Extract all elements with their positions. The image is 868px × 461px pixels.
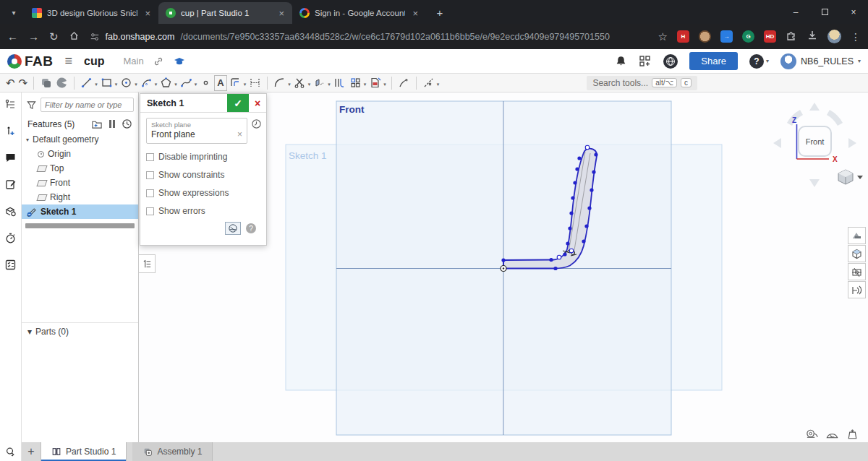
feature-history-clock-icon[interactable] — [251, 119, 262, 132]
browser-profile-avatar[interactable] — [827, 30, 841, 43]
feature-list-toggle-tab[interactable] — [139, 254, 156, 273]
browser-tab-onshape[interactable]: cup | Part Studio 1 × — [158, 2, 292, 24]
offset-tool-icon[interactable] — [228, 75, 243, 91]
section-view-button[interactable] — [848, 263, 866, 280]
minimize-button[interactable]: – — [781, 0, 810, 24]
extension-monkey-icon[interactable] — [699, 30, 711, 43]
line-tool-icon[interactable] — [79, 75, 94, 91]
checkbox-box[interactable] — [146, 207, 154, 215]
notifications-bell-icon[interactable] — [615, 55, 627, 67]
named-views-button[interactable] — [848, 281, 866, 298]
text-tool-icon[interactable]: A — [214, 75, 226, 91]
checkbox-box[interactable] — [146, 153, 154, 161]
polygon-dropdown-icon[interactable]: ▾ — [174, 82, 177, 87]
chevron-down-icon[interactable]: ▾ — [26, 137, 29, 143]
feature-list-panel-icon[interactable] — [4, 98, 17, 113]
user-menu[interactable]: NB6_RULES ▾ — [780, 53, 861, 69]
rectangle-dropdown-icon[interactable]: ▾ — [115, 82, 118, 87]
extension-hd-icon[interactable]: HD — [764, 30, 776, 43]
extensions-puzzle-icon[interactable] — [786, 30, 797, 43]
fillet-dropdown-icon[interactable]: ▾ — [288, 82, 291, 87]
checkbox-show-errors[interactable]: Show errors — [146, 206, 260, 216]
view-orientation-button[interactable] — [848, 245, 866, 262]
new-tab-button[interactable]: + — [430, 3, 449, 22]
confirm-check-button[interactable]: ✓ — [227, 94, 249, 112]
tree-item-default-geometry[interactable]: ▾ Default geometry — [22, 132, 138, 147]
polygon-tool-icon[interactable] — [158, 75, 174, 91]
arc-tool-icon[interactable] — [139, 75, 154, 91]
clear-plane-icon[interactable]: × — [237, 129, 242, 139]
apps-grid-icon[interactable] — [639, 55, 652, 68]
arc-dropdown-icon[interactable]: ▾ — [155, 82, 158, 87]
home-icon[interactable] — [69, 30, 80, 43]
workspace-name[interactable]: Main — [123, 56, 143, 66]
globe-icon[interactable] — [663, 54, 678, 69]
construction-tool-icon[interactable] — [421, 75, 436, 91]
pie-menu-icon[interactable] — [54, 75, 69, 91]
parts-header-row[interactable]: ▾ Parts (0) — [22, 322, 138, 340]
line-dropdown-icon[interactable]: ▾ — [95, 82, 98, 87]
mass-scale-icon[interactable] — [846, 428, 859, 440]
checkbox-box[interactable] — [146, 189, 154, 197]
offset-dropdown-icon[interactable]: ▾ — [244, 82, 247, 87]
sketch-grid-button[interactable] — [225, 222, 241, 235]
tab-assembly-1[interactable]: Assembly 1 — [132, 442, 213, 461]
insert-folder-icon[interactable] — [91, 119, 103, 129]
history-stopwatch-icon[interactable] — [4, 232, 17, 246]
filter-funnel-icon[interactable] — [26, 100, 37, 111]
close-tab-icon[interactable]: × — [142, 8, 153, 19]
restore-button[interactable] — [810, 0, 839, 24]
rectangle-tool-icon[interactable] — [99, 75, 114, 91]
checkbox-show-constraints[interactable]: Show constraints — [146, 170, 260, 180]
help-caret-icon[interactable]: ▾ — [766, 58, 769, 64]
address-bar[interactable]: fab.onshape.com/documents/7e950c33357aa6… — [90, 27, 648, 46]
tree-item-sketch1[interactable]: Sketch 1 — [22, 204, 138, 219]
tape-measure-icon[interactable] — [805, 428, 819, 440]
dxf-import-icon[interactable] — [367, 75, 383, 91]
reload-icon[interactable]: ↻ — [49, 30, 59, 43]
pattern-dropdown-icon[interactable]: ▾ — [364, 82, 367, 87]
search-tabs-icon[interactable] — [0, 442, 22, 461]
help-button[interactable]: ? — [749, 54, 764, 69]
browser-menu-icon[interactable]: ⋮ — [851, 31, 861, 43]
edu-cap-icon[interactable] — [173, 56, 186, 67]
spline-dropdown-icon[interactable]: ▾ — [195, 82, 197, 87]
style-curve-icon[interactable] — [396, 75, 412, 91]
fillet-tool-icon[interactable] — [272, 75, 287, 91]
versions-link-icon[interactable] — [153, 56, 164, 67]
dialog-help-icon[interactable]: ? — [246, 223, 256, 233]
dimension-tool-icon[interactable] — [247, 75, 263, 91]
spline-tool-icon[interactable] — [179, 75, 194, 91]
close-tab-icon[interactable]: × — [276, 8, 286, 19]
cancel-x-button[interactable]: × — [249, 94, 266, 112]
trim-dropdown-icon[interactable]: ▾ — [308, 82, 311, 87]
transform-dropdown-icon[interactable]: ▾ — [328, 82, 331, 87]
extension-forward-icon[interactable]: → — [720, 30, 733, 43]
checkbox-show-expressions[interactable]: Show expressions — [146, 188, 260, 198]
dimension-lines-icon[interactable] — [332, 75, 347, 91]
rollback-history-icon[interactable] — [122, 119, 132, 129]
site-settings-icon[interactable] — [90, 32, 100, 42]
point-tool-icon[interactable] — [198, 75, 213, 91]
suspend-icon[interactable] — [109, 120, 115, 128]
share-button[interactable]: Share — [689, 52, 738, 70]
tree-item-top[interactable]: Top — [22, 161, 138, 176]
view-cube-menu[interactable] — [838, 170, 863, 184]
construction-dropdown-icon[interactable]: ▾ — [437, 82, 440, 87]
sketch-plane-field[interactable]: Sketch plane Front plane × — [146, 118, 247, 144]
close-tab-icon[interactable]: × — [410, 8, 420, 19]
tab-part-studio-1[interactable]: Part Studio 1 — [41, 442, 127, 461]
protractor-icon[interactable] — [825, 428, 839, 440]
browser-tab-google[interactable]: Sign in - Google Accounts × — [292, 2, 426, 24]
checkbox-disable-imprinting[interactable]: Disable imprinting — [146, 152, 260, 162]
circle-tool-icon[interactable] — [119, 75, 134, 91]
view-triad[interactable]: Front Z X — [773, 103, 863, 187]
extension-hihello-icon[interactable]: H — [677, 30, 689, 43]
circle-dropdown-icon[interactable]: ▾ — [135, 82, 137, 87]
origin-marker[interactable] — [501, 266, 506, 272]
browser-tab-tinkercad[interactable]: 3D design Glorious Snicket-Hill × — [25, 2, 158, 24]
checkbox-box[interactable] — [146, 171, 154, 179]
variables-icon[interactable] — [4, 125, 17, 139]
extension-grammarly-icon[interactable]: G — [742, 30, 754, 43]
filter-input[interactable] — [41, 98, 134, 112]
